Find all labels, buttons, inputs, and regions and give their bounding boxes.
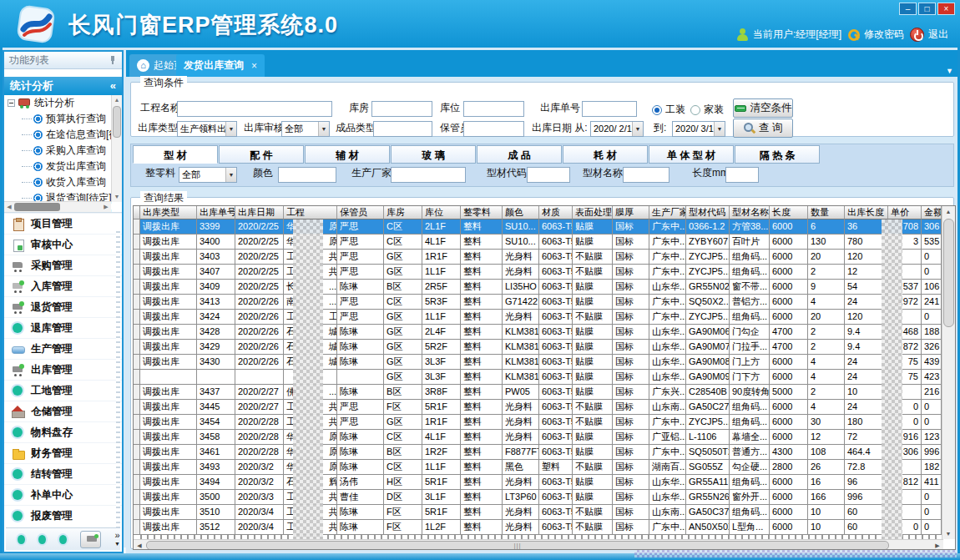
minimize-button[interactable]: – — [899, 3, 917, 15]
warehouse-input[interactable] — [371, 101, 432, 117]
table-row[interactable]: 调拨出库35102020/3/4工共工程陈琳F区5R1F整料光身料6063-T5… — [134, 505, 955, 520]
sidebar-item-财务管理[interactable]: 财务管理 — [4, 442, 122, 463]
column-header-材质[interactable]: 材质 — [539, 206, 573, 219]
tree-item[interactable]: 采购入库查询 — [4, 143, 122, 159]
material-tab-成品[interactable]: 成 品 — [477, 145, 562, 164]
column-header-长度[interactable]: 长度 — [770, 206, 808, 219]
maker-input[interactable] — [391, 167, 466, 183]
column-header-工程[interactable]: 工程 — [284, 206, 337, 219]
pin-icon[interactable] — [109, 56, 117, 64]
tree-horizontal-scrollbar[interactable]: ◀ ▶ — [4, 201, 111, 212]
dot-button-3[interactable] — [59, 535, 67, 544]
column-header-膜厚[interactable]: 膜厚 — [613, 206, 649, 219]
dot-button-1[interactable] — [18, 535, 25, 544]
row-selector[interactable] — [134, 505, 140, 520]
table-row[interactable]: 调拨出库35002020/3/3工共工程曹佳D区3L1F整料LT3P606063… — [134, 490, 955, 505]
date-to-picker[interactable]: 2020/ 3/16▼ — [672, 121, 725, 137]
profile-name-input[interactable] — [623, 167, 669, 183]
column-header-出库长度[interactable]: 出库长度 — [845, 206, 888, 219]
close-button[interactable]: × — [937, 3, 955, 15]
scroll-right-icon[interactable]: ▶ — [932, 540, 943, 550]
column-header-颜色[interactable]: 颜色 — [503, 206, 539, 219]
color-input[interactable] — [278, 167, 336, 183]
table-row[interactable]: 调拨出库34032020/2/25工共工程严思G区1R1F整料光身料6063-T… — [134, 250, 955, 265]
audit-combo[interactable]: 全部▼ — [281, 121, 330, 137]
order-no-input[interactable] — [582, 101, 637, 117]
scroll-right-icon[interactable]: ▶ — [101, 202, 111, 212]
column-header-出库单号[interactable]: 出库单号 — [197, 206, 235, 219]
row-selector[interactable] — [134, 340, 140, 355]
sidebar-item-工地管理[interactable]: 工地管理 — [4, 380, 122, 401]
collapse-icon[interactable]: « — [110, 77, 116, 95]
project-name-input[interactable] — [177, 101, 332, 117]
material-tab-隔热条[interactable]: 隔 热 条 — [735, 145, 820, 164]
row-selector[interactable] — [134, 265, 140, 280]
scroll-up-icon[interactable]: ▲ — [942, 206, 954, 217]
row-selector[interactable] — [134, 355, 140, 370]
sidebar-item-结转管理[interactable]: 结转管理 — [4, 463, 122, 484]
sidebar-item-物料盘存[interactable]: 物料盘存 — [4, 421, 122, 442]
row-selector[interactable] — [134, 415, 140, 430]
whole-piece-combo[interactable]: 全部▼ — [179, 167, 237, 183]
table-row[interactable]: 调拨出库34932020/3/2华原...陈琳C区1L1F整料黑色塑料不贴膜国标… — [134, 460, 955, 475]
length-input[interactable] — [725, 167, 759, 183]
tree-collapse-box-icon[interactable] — [8, 99, 15, 107]
row-selector[interactable] — [134, 460, 140, 475]
row-selector[interactable] — [134, 295, 140, 310]
tab-shipment-query[interactable]: 发货出库查询 × — [176, 54, 265, 77]
table-row[interactable]: 调拨出库34372020/2/27佛...陈琳B区3R8F整料PW056063-… — [134, 385, 955, 400]
sidebar-item-入库管理[interactable]: 入库管理 — [4, 275, 122, 296]
table-row[interactable]: G区3L3F整料KLM38176063-T5贴膜国标山东华...GA90M09.… — [134, 370, 955, 385]
sidebar-grip[interactable] — [116, 231, 120, 548]
material-tab-耗材[interactable]: 耗 材 — [563, 145, 648, 164]
sidebar-item-出库管理[interactable]: 出库管理 — [4, 359, 122, 380]
row-selector[interactable] — [134, 310, 140, 325]
sidebar-item-退货管理[interactable]: 退货管理 — [4, 296, 122, 317]
column-header-生产厂家[interactable]: 生产厂家 — [649, 206, 686, 219]
column-header-金额[interactable]: 金额 — [922, 206, 942, 219]
sidebar-item-补单中心[interactable]: 补单中心 — [4, 484, 122, 505]
row-selector[interactable] — [134, 430, 140, 445]
table-row[interactable]: 调拨出库34002020/2/25华原...严思C区4L1F整料SU10...6… — [134, 235, 955, 250]
row-selector[interactable] — [134, 445, 140, 460]
tree-item[interactable]: 发货出库查询 — [4, 159, 122, 174]
radio-jiazhuang[interactable]: 家装 — [690, 103, 724, 117]
clear-conditions-button[interactable]: 清空条件 — [733, 98, 793, 118]
material-tab-配件[interactable]: 配 件 — [219, 145, 304, 164]
table-row[interactable]: 调拨出库34302020/2/26石城陈琳G区3L3F整料KLM38176063… — [134, 355, 955, 370]
more-buttons-chevron[interactable]: »▼ — [114, 532, 120, 547]
sidebar-item-报废管理[interactable]: 报废管理 — [4, 505, 122, 526]
table-row[interactable]: 调拨出库34242020/2/26工工程严思G区1L1F整料光身料6063-T5… — [134, 310, 955, 325]
radio-gongzhuang[interactable]: 工装 — [652, 103, 685, 117]
tree-item[interactable]: 收货入库查询 — [4, 174, 122, 190]
row-selector[interactable] — [134, 280, 140, 295]
profile-code-input[interactable] — [527, 167, 570, 183]
material-tab-辅材[interactable]: 辅 材 — [305, 145, 390, 164]
row-selector[interactable] — [134, 219, 140, 235]
row-selector[interactable] — [134, 325, 140, 340]
out-type-combo[interactable]: 生产领料出库▼ — [177, 121, 237, 137]
column-header-型材名称[interactable]: 型材名称 — [730, 206, 770, 219]
scroll-left-icon[interactable]: ◀ — [4, 202, 14, 212]
column-header-出库类型[interactable]: 出库类型 — [140, 206, 197, 219]
sidebar-item-退库管理[interactable]: 退库管理 — [4, 317, 122, 338]
sidebar-item-审核中心[interactable]: 审核中心 — [4, 234, 122, 255]
date-from-picker[interactable]: 2020/ 2/16▼ — [590, 121, 644, 137]
table-row[interactable]: 调拨出库34132020/2/26南...严思C区5R3F整料G71422606… — [134, 295, 955, 310]
table-row[interactable]: 调拨出库34292020/2/26石城陈琳G区5R2F整料KLM38176063… — [134, 340, 955, 355]
row-selector[interactable] — [134, 490, 140, 505]
column-header-数量[interactable]: 数量 — [808, 206, 845, 219]
change-password-button[interactable]: 修改密码 — [847, 28, 904, 42]
grid-vscroll-thumb[interactable] — [943, 219, 954, 327]
row-selector[interactable] — [134, 250, 140, 265]
table-row[interactable]: 调拨出库34542020/2/28工共工程严思G区1R1F整料光身料6063-T… — [134, 415, 955, 430]
material-tab-型材[interactable]: 型 材 — [133, 145, 218, 164]
table-row[interactable]: 调拨出库34582020/2/28华原...陈琳C区4L1F整料光身料6063-… — [134, 430, 955, 445]
sidebar-item-仓储管理[interactable]: 仓储管理 — [4, 401, 122, 421]
location-input[interactable] — [463, 101, 524, 117]
row-selector[interactable] — [134, 475, 140, 490]
column-header-整零料[interactable]: 整零料 — [461, 206, 503, 219]
keeper-input[interactable] — [463, 121, 524, 137]
table-row[interactable]: 调拨出库34452020/2/27工共工程严思F区5R1F整料光身料6063-T… — [134, 400, 955, 415]
material-tab-玻璃[interactable]: 玻 璃 — [391, 145, 476, 164]
